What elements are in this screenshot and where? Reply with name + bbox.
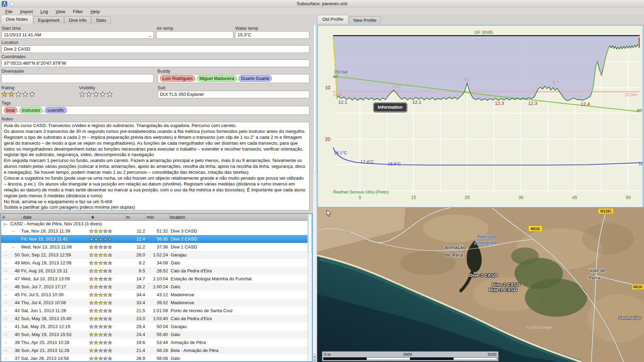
buddy-label: Buddy: [158, 69, 170, 74]
rating-stars[interactable]: ★★★★★: [1, 91, 36, 98]
average-depth-label-right: 10.8m: [625, 92, 637, 97]
chevron-down-icon[interactable]: ⌄: [148, 32, 152, 39]
visibility-stars[interactable]: ★★★★★: [79, 91, 114, 98]
trip-group-row[interactable]: ∨– CASD - Armação de Pêra, Nov 2013 (3 d…: [1, 221, 312, 227]
dive-row-49[interactable]: –49Mon, Aug 19, 2013 12:06★★★★★8.234:08G…: [1, 259, 312, 267]
dive-row-43[interactable]: –43Sat, Jun 1, 2013 11:26★★★★★21.51:01:0…: [1, 307, 312, 315]
dive-row-trip-1[interactable]: –Fri, Nov 15, 2013 11:41★★★★★12.456:35Di…: [1, 235, 312, 243]
left-tab-bar: Dive NotesEquipmentDive InfoStats: [1, 16, 111, 24]
star-filled-icon: ★: [93, 340, 98, 345]
star-filled-icon[interactable]: ★: [8, 90, 15, 98]
tab-stats[interactable]: Stats: [91, 16, 111, 24]
start-time-label: Start time: [1, 26, 21, 31]
star-filled-icon: ★: [89, 332, 93, 337]
scale-mid-label: 2600: [403, 352, 412, 356]
menu-view[interactable]: View: [52, 8, 69, 15]
star-empty-icon: ★: [103, 244, 107, 250]
star-filled-icon[interactable]: ★: [1, 90, 8, 98]
suit-field[interactable]: DUI TLS 350 Explorer: [158, 91, 310, 98]
dive-row-50[interactable]: –50Sun, Sep 22, 2013 12:59★★★★★28.01:02:…: [1, 251, 312, 259]
scale-start-label: 0 m: [324, 352, 331, 356]
collapse-chevron-icon[interactable]: ∨–: [3, 222, 8, 226]
menu-import[interactable]: Import: [16, 8, 37, 15]
dive-row-39[interactable]: –39Thu, Apr 25, 2013 10:28★★★★★19.653:44…: [1, 338, 312, 346]
column-header-number[interactable]: #: [1, 214, 21, 220]
coordinates-field[interactable]: 37°05'23.460"N 8°20'47.879"W: [1, 60, 310, 67]
star-empty-icon[interactable]: ★: [86, 90, 93, 98]
svg-text:M526: M526: [633, 285, 642, 289]
tab-new-profile[interactable]: New Profile: [349, 16, 381, 24]
dive-row-41[interactable]: –41Sat, May 25, 2013 12:19★★★★★29.450:04…: [1, 323, 312, 331]
dive-site-marker-1[interactable]: Dive 1 CASD: [489, 287, 517, 292]
star-empty-icon[interactable]: ★: [100, 90, 107, 98]
star-empty-icon: ★: [103, 324, 107, 329]
dive-row-trip-2[interactable]: –Wed, Nov 13, 2013 11:06★★★★★11.237:36Di…: [1, 243, 312, 251]
tab-equipment[interactable]: Equipment: [34, 16, 64, 24]
x-axis-tick: 55: [626, 195, 630, 200]
dive-row-45[interactable]: –45Fri, Jul 5, 2013 10:39★★★★★34.443:12M…: [1, 291, 312, 299]
temperature-annotation: 16.9°C: [388, 162, 401, 166]
left-pane-scrollbar[interactable]: ▲ ▼: [313, 24, 317, 362]
dive-row-40[interactable]: –40Sun, May 19, 2013 15:53★★★★★24.455:40…: [1, 331, 312, 338]
star-empty-icon: ★: [103, 228, 107, 234]
notes-textarea[interactable]: Aula do curso CASD. Transectos c/video e…: [1, 122, 310, 210]
tab-dive-notes[interactable]: Dive Notes: [1, 15, 33, 24]
star-empty-icon[interactable]: ★: [22, 90, 29, 98]
star-empty-icon: ★: [93, 324, 98, 329]
column-header-rating[interactable]: ★: [89, 214, 124, 220]
dive-computer-label: Reefnet Sensus Ultra (Preto): [333, 190, 389, 194]
information-tooltip-button[interactable]: Information: [374, 103, 407, 112]
menu-help[interactable]: Help: [87, 8, 104, 15]
star-empty-icon: ★: [93, 244, 98, 250]
column-header-date[interactable]: date: [21, 214, 89, 220]
location-field[interactable]: Dive 2 CASD: [1, 45, 310, 53]
dive-site-marker-2[interactable]: Dive 2 CASD: [492, 282, 520, 287]
star-empty-icon: ★: [103, 284, 107, 290]
dive-row-42[interactable]: –42Sun, May 26, 2013 15:40★★★★★23.01:03:…: [1, 315, 312, 323]
star-empty-icon: ★: [98, 244, 103, 250]
column-header-depth[interactable]: m: [124, 214, 145, 220]
tab-old-profile[interactable]: Old Profile: [317, 15, 349, 24]
menu-filter[interactable]: Filter: [69, 8, 87, 15]
dive-row-trip-0[interactable]: –Tue, Nov 19, 2013 11:39★★★★★11.251:32Di…: [1, 227, 312, 235]
star-empty-icon[interactable]: ★: [29, 90, 36, 98]
mouse-cursor: [327, 210, 332, 218]
star-filled-icon: ★: [98, 252, 103, 258]
dive-table-header[interactable]: # date ★ m min location: [1, 214, 312, 221]
air-temp-field[interactable]: [156, 31, 233, 39]
column-header-location[interactable]: location: [168, 214, 312, 220]
svg-text:M526: M526: [531, 227, 540, 231]
water-temp-field[interactable]: 15.3°C: [235, 31, 310, 39]
divemaster-field[interactable]: [1, 74, 154, 83]
dive-row-48[interactable]: –48Fri, Aug 16, 2013 15:11★★★★★8.526:52C…: [1, 267, 312, 275]
star-empty-icon: ★: [103, 276, 107, 282]
star-filled-icon: ★: [89, 260, 93, 266]
star-empty-icon[interactable]: ★: [79, 90, 86, 98]
dive-row-37[interactable]: –37Sat, Jan 26, 2013 14:58★★★★★26.956:08…: [1, 354, 312, 362]
dive-row-44[interactable]: –44Thu, Jul 4, 2013 10:08★★★★★33.439:32M…: [1, 299, 312, 307]
column-header-duration[interactable]: min: [145, 214, 168, 220]
profile-plot: 515253545551020GF 30/85Reefnet Sensus Ul…: [318, 26, 643, 207]
star-empty-icon[interactable]: ★: [93, 90, 100, 98]
tab-dive-info[interactable]: Dive Info: [64, 16, 91, 24]
scroll-down-arrow-icon[interactable]: ▼: [313, 358, 316, 362]
tags-field[interactable]: boat,instructor,scientific: [1, 106, 310, 115]
left-pane-scrollbar-thumb[interactable]: [313, 25, 316, 174]
dive-row-38[interactable]: –38Sun, Apr 21, 2013 11:28★★★★★21.456:28…: [1, 346, 312, 354]
star-filled-icon: ★: [89, 228, 93, 234]
scroll-up-arrow-icon[interactable]: ▲: [313, 354, 316, 358]
dive-list-scrollbar-thumb[interactable]: [308, 215, 312, 253]
menu-log[interactable]: Log: [37, 8, 52, 15]
menu-file[interactable]: File: [1, 8, 16, 15]
map-panel[interactable]: M526 M1281 M526 Armação de Pêra Ribeira …: [317, 208, 644, 362]
depth-fill-area: [333, 36, 638, 101]
dive-row-47[interactable]: –47Wed, Jul 10, 2013 13:09★★★★★14.71:10:…: [1, 275, 312, 283]
dive-list-scrollbar[interactable]: [307, 214, 312, 361]
dive-row-46[interactable]: –46Sun, Jul 7, 2013 17:17★★★★★28.21:00:2…: [1, 283, 312, 291]
dive-site-marker-3[interactable]: Dive 3 CASD: [469, 273, 498, 278]
dive-list[interactable]: # date ★ m min location ∨– CASD - Armaçã…: [0, 213, 313, 362]
start-time-combobox[interactable]: 11/15/13 11:41 AM ⌄: [1, 31, 154, 39]
buddy-field[interactable]: Luís Rodrigues,Miguel Madureira,Duarte D…: [158, 74, 310, 83]
star-empty-icon[interactable]: ★: [107, 90, 114, 98]
star-empty-icon[interactable]: ★: [15, 90, 22, 98]
